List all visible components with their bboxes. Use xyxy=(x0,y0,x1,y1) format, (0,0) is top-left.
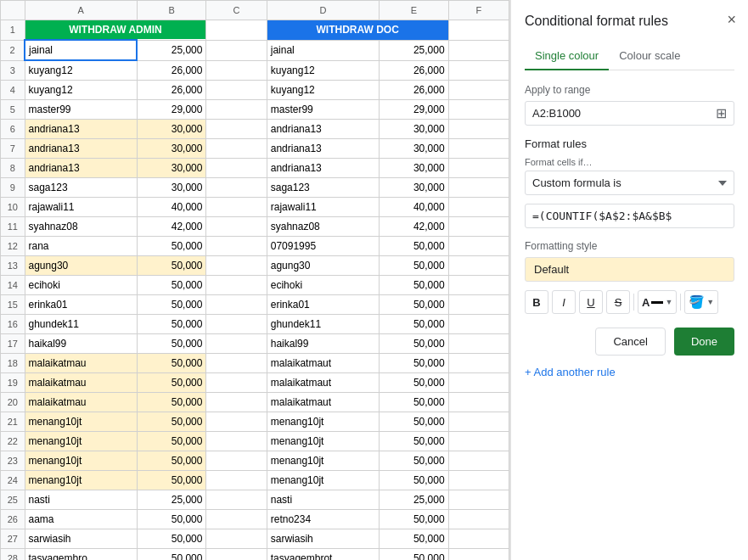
cell-a[interactable]: menang10jt xyxy=(25,412,137,432)
cell-c[interactable] xyxy=(206,354,267,373)
italic-button[interactable]: I xyxy=(552,290,576,314)
col-header-a[interactable]: A xyxy=(25,1,137,20)
cell-b[interactable]: 50,000 xyxy=(137,549,205,561)
cell-d[interactable]: menang10jt xyxy=(267,432,379,451)
cell-b[interactable]: 50,000 xyxy=(137,412,205,432)
cell-b[interactable]: 50,000 xyxy=(137,432,205,451)
cell-c[interactable] xyxy=(206,432,267,451)
cell-b[interactable]: 50,000 xyxy=(137,451,205,471)
cell-d[interactable]: ghundek11 xyxy=(267,315,379,334)
cell-b[interactable]: 42,000 xyxy=(137,217,205,237)
cell-f[interactable] xyxy=(448,120,509,139)
cell-d[interactable]: tasyagembrot xyxy=(267,549,379,561)
cell-f[interactable] xyxy=(448,159,509,178)
tab-colour-scale[interactable]: Colour scale xyxy=(609,42,690,70)
cell-f[interactable] xyxy=(448,276,509,295)
cell-c[interactable] xyxy=(206,60,267,81)
cell-e[interactable]: 50,000 xyxy=(380,315,448,334)
cell-d[interactable]: erinka01 xyxy=(267,295,379,315)
cell-e[interactable]: 50,000 xyxy=(380,354,448,373)
cell-f[interactable] xyxy=(448,295,509,315)
add-rule-link[interactable]: + Add another rule xyxy=(525,366,734,378)
cell-d[interactable]: saga123 xyxy=(267,178,379,198)
cell-f[interactable] xyxy=(448,354,509,373)
cell-d[interactable]: malaikatmaut xyxy=(267,373,379,393)
cell-b[interactable]: 50,000 xyxy=(137,334,205,354)
cell-e[interactable]: 50,000 xyxy=(380,451,448,471)
cell-c[interactable] xyxy=(206,100,267,120)
cell-a[interactable]: kuyang12 xyxy=(25,81,137,100)
cell-a[interactable]: malaikatmau xyxy=(25,373,137,393)
cell-f[interactable] xyxy=(448,315,509,334)
cell-c[interactable] xyxy=(206,451,267,471)
cell-a[interactable]: menang10jt xyxy=(25,432,137,451)
cell-c[interactable] xyxy=(206,178,267,198)
cell-c[interactable] xyxy=(206,256,267,276)
cell-f[interactable] xyxy=(448,510,509,529)
cell-a[interactable]: malaikatmau xyxy=(25,354,137,373)
cell-f[interactable] xyxy=(448,198,509,217)
cell-e[interactable]: 50,000 xyxy=(380,412,448,432)
cell-c[interactable] xyxy=(206,295,267,315)
cell-d[interactable]: retno234 xyxy=(267,510,379,529)
cell-c[interactable] xyxy=(206,237,267,256)
cell-d[interactable]: menang10jt xyxy=(267,412,379,432)
cell-c[interactable] xyxy=(206,334,267,354)
cell-a[interactable]: WITHDRAW ADMIN xyxy=(25,20,206,41)
cell-d[interactable]: kuyang12 xyxy=(267,81,379,100)
cell-b[interactable]: 40,000 xyxy=(137,198,205,217)
cell-e[interactable]: 50,000 xyxy=(380,295,448,315)
cell-e[interactable]: 26,000 xyxy=(380,81,448,100)
cell-d[interactable]: menang10jt xyxy=(267,471,379,490)
cell-e[interactable]: 25,000 xyxy=(380,490,448,510)
cell-a[interactable]: tasyagembro xyxy=(25,549,137,561)
cell-b[interactable]: 50,000 xyxy=(137,237,205,256)
cell-c[interactable] xyxy=(206,412,267,432)
cell-a[interactable]: erinka01 xyxy=(25,295,137,315)
cell-b[interactable]: 50,000 xyxy=(137,393,205,412)
cell-f[interactable] xyxy=(448,529,509,549)
cell-b[interactable]: 26,000 xyxy=(137,81,205,100)
cell-e[interactable]: 50,000 xyxy=(380,549,448,561)
cell-d[interactable]: WITHDRAW DOC xyxy=(267,20,448,41)
cell-f[interactable] xyxy=(448,373,509,393)
cell-b[interactable]: 50,000 xyxy=(137,529,205,549)
cell-c[interactable] xyxy=(206,510,267,529)
cell-e[interactable]: 50,000 xyxy=(380,373,448,393)
cell-f[interactable] xyxy=(448,432,509,451)
panel-close-button[interactable]: × xyxy=(727,12,736,27)
cell-c[interactable] xyxy=(206,373,267,393)
text-color-button[interactable]: A ▼ xyxy=(638,290,677,314)
col-header-f[interactable]: F xyxy=(448,1,509,20)
fill-color-button[interactable]: 🪣 ▼ xyxy=(684,290,718,314)
cell-a[interactable]: saga123 xyxy=(25,178,137,198)
cell-d[interactable]: malaikatmaut xyxy=(267,354,379,373)
cell-a[interactable]: sarwiasih xyxy=(25,529,137,549)
cell-a[interactable]: nasti xyxy=(25,490,137,510)
underline-button[interactable]: U xyxy=(579,290,603,314)
cell-b[interactable]: 50,000 xyxy=(137,295,205,315)
cell-e[interactable]: 40,000 xyxy=(380,198,448,217)
cell-d[interactable]: agung30 xyxy=(267,256,379,276)
cell-d[interactable]: nasti xyxy=(267,490,379,510)
cell-b[interactable]: 25,000 xyxy=(137,490,205,510)
cell-a[interactable]: menang10jt xyxy=(25,451,137,471)
tab-single-colour[interactable]: Single colour xyxy=(525,42,609,70)
cell-d[interactable]: rajawali11 xyxy=(267,198,379,217)
cell-b[interactable]: 30,000 xyxy=(137,178,205,198)
cell-d[interactable]: jainal xyxy=(267,40,379,60)
cell-c[interactable] xyxy=(206,198,267,217)
cell-d[interactable]: malaikatmaut xyxy=(267,393,379,412)
cell-e[interactable]: 50,000 xyxy=(380,334,448,354)
cell-c[interactable] xyxy=(206,315,267,334)
cell-f[interactable] xyxy=(448,256,509,276)
cell-b[interactable]: 50,000 xyxy=(137,471,205,490)
cell-e[interactable]: 30,000 xyxy=(380,139,448,159)
col-header-b[interactable]: B xyxy=(137,1,205,20)
cell-c[interactable] xyxy=(206,159,267,178)
cell-e[interactable]: 42,000 xyxy=(380,217,448,237)
cell-b[interactable]: 50,000 xyxy=(137,315,205,334)
cell-a[interactable]: andriana13 xyxy=(25,120,137,139)
cell-e[interactable]: 29,000 xyxy=(380,100,448,120)
cell-c[interactable] xyxy=(206,20,267,41)
